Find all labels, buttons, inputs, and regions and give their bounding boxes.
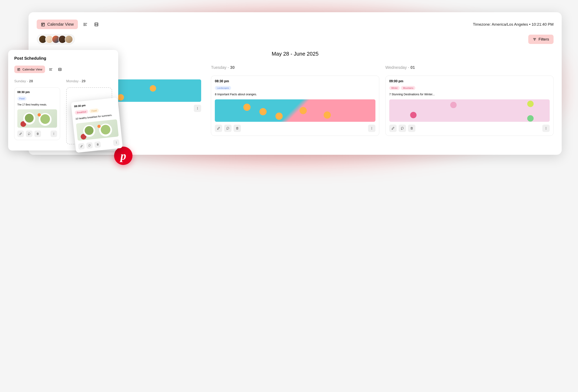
post-card[interactable]: 08:30 pm Landscapes 8 Important Facts ab…	[211, 76, 379, 136]
svg-rect-28	[50, 69, 50, 70]
edit-icon	[19, 132, 22, 135]
comment-button[interactable]	[399, 125, 406, 132]
calendar-icon	[41, 22, 45, 27]
comment-icon	[401, 127, 404, 130]
trash-icon	[96, 143, 99, 146]
svg-point-15	[197, 109, 198, 110]
post-time: 08:30 pm	[74, 101, 115, 108]
more-button[interactable]	[542, 125, 550, 132]
post-card[interactable]: 08:30 pm Food The 17 Best healthy meals.	[14, 87, 60, 140]
post-title: 8 Important Facts about oranges.	[215, 92, 375, 96]
calendar-view-button[interactable]: Calendar View	[37, 20, 78, 29]
dragged-post-card[interactable]: 08:30 pm Breakfast Food 10 healthy break…	[71, 97, 123, 153]
comment-button[interactable]	[26, 131, 32, 137]
svg-point-41	[116, 141, 116, 142]
day-header: Sunday - 28	[14, 79, 60, 83]
tag-food: Food	[17, 96, 27, 101]
edit-icon	[217, 127, 220, 130]
svg-point-38	[54, 134, 54, 135]
svg-rect-2	[84, 24, 84, 25]
grid-view-button[interactable]	[93, 21, 100, 28]
avatar[interactable]	[65, 35, 73, 43]
calendar-view-button[interactable]: Calendar View	[14, 66, 45, 73]
clock-time: 10:21:40 PM	[531, 22, 554, 26]
svg-point-43	[116, 143, 117, 144]
user-avatars-group[interactable]	[37, 34, 75, 44]
view-mode-controls: Calendar View	[14, 66, 112, 73]
edit-button[interactable]	[215, 125, 222, 132]
svg-point-22	[401, 127, 403, 129]
list-icon	[49, 68, 53, 71]
filters-button[interactable]: Filters	[528, 35, 554, 44]
svg-point-14	[197, 108, 198, 109]
post-title: The 17 Best healthy meals.	[17, 103, 57, 106]
svg-rect-1	[85, 23, 87, 23]
edit-button[interactable]	[17, 131, 24, 137]
post-card[interactable]: 09:00 pm Winter Mountains 7 Stunning Des…	[385, 76, 554, 136]
filters-label: Filters	[538, 37, 549, 42]
svg-point-37	[54, 133, 54, 134]
delete-button[interactable]	[94, 141, 101, 148]
post-time: 08:30 pm	[17, 90, 57, 94]
edit-icon	[391, 127, 394, 130]
view-mode-controls: Calendar View	[37, 20, 100, 29]
more-button[interactable]	[194, 105, 201, 112]
svg-rect-10	[534, 40, 535, 41]
post-title: 7 Stunning Destinations for Winter...	[389, 92, 550, 96]
svg-point-36	[54, 133, 54, 133]
more-icon	[115, 141, 118, 144]
svg-rect-5	[85, 25, 87, 26]
trash-icon	[236, 127, 239, 130]
calendar-view-label: Calendar View	[47, 22, 74, 27]
svg-rect-30	[50, 70, 50, 71]
day-column-tuesday: Tuesday - 30 08:30 pm Landscapes 8 Impor…	[211, 65, 379, 136]
list-view-button[interactable]	[48, 66, 54, 73]
list-view-button[interactable]	[82, 21, 89, 28]
comment-icon	[88, 144, 91, 147]
edit-icon	[80, 145, 83, 148]
day-header: Tuesday - 30	[211, 65, 379, 70]
more-button[interactable]	[368, 125, 375, 132]
day-column-sunday: Sunday - 28 08:30 pm Food The 17 Best he…	[14, 79, 60, 144]
more-icon	[370, 127, 373, 130]
svg-rect-27	[50, 68, 52, 69]
delete-button[interactable]	[234, 125, 241, 132]
trash-icon	[36, 132, 39, 135]
svg-point-40	[89, 144, 91, 146]
svg-point-42	[116, 142, 116, 143]
day-column-wednesday: Wednesday - 01 09:00 pm Winter Mountains…	[385, 65, 554, 136]
comment-button[interactable]	[224, 125, 232, 132]
trash-icon	[410, 127, 413, 130]
svg-rect-0	[84, 23, 84, 24]
svg-point-19	[371, 128, 372, 129]
grid-view-button[interactable]	[57, 66, 63, 73]
edit-button[interactable]	[389, 125, 397, 132]
edit-button[interactable]	[78, 143, 85, 150]
comment-icon	[28, 132, 31, 135]
more-button[interactable]	[113, 139, 120, 146]
grid-icon	[94, 22, 99, 27]
svg-rect-26	[50, 68, 50, 69]
post-time: 09:00 pm	[389, 79, 550, 83]
comment-icon	[226, 127, 230, 130]
post-image	[389, 99, 550, 122]
svg-point-23	[546, 127, 546, 128]
pinterest-p-glyph: p	[120, 149, 126, 162]
post-time: 08:30 pm	[215, 79, 375, 83]
svg-point-24	[546, 128, 546, 129]
svg-rect-9	[534, 39, 536, 40]
svg-point-17	[227, 127, 229, 129]
more-button[interactable]	[50, 131, 57, 137]
tag-mountains: Mountains	[401, 86, 415, 90]
calendar-view-label: Calendar View	[22, 68, 42, 71]
comment-button[interactable]	[86, 142, 93, 149]
post-image	[17, 109, 57, 128]
svg-point-18	[371, 127, 372, 128]
day-header: Monday - 29	[66, 79, 112, 83]
delete-button[interactable]	[34, 131, 41, 137]
svg-rect-4	[84, 25, 84, 26]
tag-breakfast: Breakfast	[75, 109, 89, 115]
svg-point-20	[371, 129, 372, 130]
delete-button[interactable]	[408, 125, 415, 132]
svg-rect-3	[85, 24, 86, 25]
